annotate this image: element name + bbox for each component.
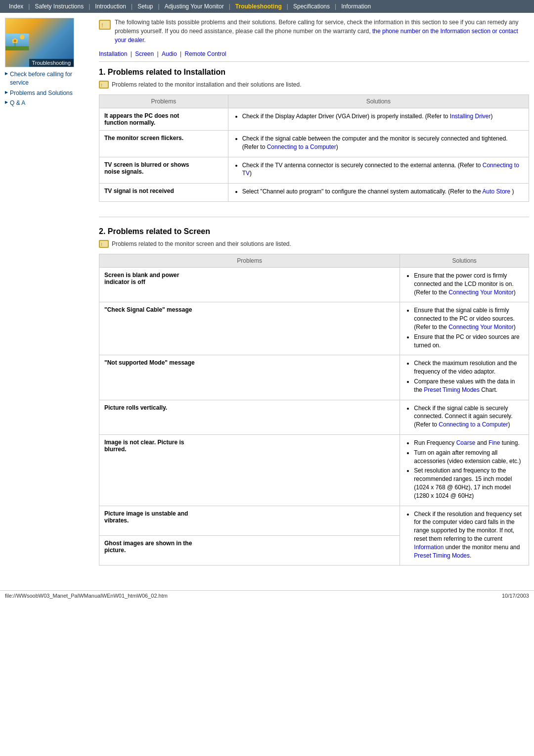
section2-title: 2. Problems related to Screen: [99, 227, 529, 236]
solution-2: Check if the signal cable between the co…: [228, 131, 529, 157]
s2-problem-3: "Not supported Mode" message: [99, 355, 400, 400]
problem-1: It appears the PC does notfunction norma…: [99, 108, 228, 131]
sidebar-link-problems[interactable]: Problems and Solutions: [10, 90, 73, 96]
svg-text:!: !: [101, 242, 102, 247]
link-auto-store[interactable]: Auto Store: [483, 188, 511, 195]
content: ! The following table lists possible pro…: [94, 18, 529, 580]
subnav-sep-2: |: [157, 50, 160, 57]
section1-title: 1. Problems related to Installation: [99, 68, 529, 77]
nav-safety[interactable]: Safety Instructions: [30, 2, 89, 11]
s2-solution-6-7: Check if the resolution and frequency se…: [400, 506, 529, 566]
info-icon: !: [99, 19, 111, 31]
svg-point-1: [20, 35, 25, 40]
section1-col-problems: Problems: [99, 95, 228, 108]
section1-col-solutions: Solutions: [228, 95, 529, 108]
section2-col-problems: Problems: [99, 254, 400, 267]
nav-adjusting[interactable]: Adjusting Your Monitor: [160, 2, 229, 11]
table-row: It appears the PC does notfunction norma…: [99, 108, 529, 131]
subnav-sep-3: |: [180, 50, 183, 57]
s2-solution-5: Run Frequency Coarse and Fine tuning. Tu…: [400, 434, 529, 506]
table-row: "Not supported Mode" message Check the m…: [99, 355, 529, 400]
table-row: Image is not clear. Picture isblurred. R…: [99, 434, 529, 506]
sidebar-item-qa[interactable]: Q & A: [5, 99, 89, 107]
subnav-screen[interactable]: Screen: [135, 50, 154, 57]
sidebar-link-check[interactable]: Check before calling for service: [10, 71, 72, 86]
nav-specs[interactable]: Specifications: [288, 2, 335, 11]
problem-2: The monitor screen flickers.: [99, 131, 228, 157]
svg-text:!: !: [101, 22, 103, 28]
nav-troubleshooting[interactable]: Troubleshooting: [230, 2, 287, 11]
nav-setup[interactable]: Setup: [133, 2, 158, 11]
nav-index[interactable]: Index: [4, 2, 28, 11]
section2-table: Problems Solutions Screen is blank and p…: [99, 254, 529, 566]
table-row: Picture image is unstable andvibrates. C…: [99, 506, 529, 535]
section1-table: Problems Solutions It appears the PC doe…: [99, 94, 529, 202]
s2-solution-4: Check if the signal cable is securely co…: [400, 400, 529, 434]
s2-problem-5: Image is not clear. Picture isblurred.: [99, 434, 400, 506]
section-divider: [99, 217, 529, 217]
s2-solution-3: Check the maximum resolution and the fre…: [400, 355, 529, 400]
intro-text: The following table lists possible probl…: [115, 18, 529, 45]
footer: file://WWsoobW03_Manet_PalWManualWEnW01_…: [0, 590, 534, 601]
link-preset-timing-2[interactable]: Preset Timing Modes: [414, 552, 470, 559]
link-connecting-tv[interactable]: Connecting to TV: [242, 162, 519, 177]
link-information[interactable]: Information: [414, 544, 444, 551]
solution-1: Check if the Display Adapter Driver (VGA…: [228, 108, 529, 131]
section1-icon: !: [99, 80, 109, 90]
table-row: "Check Signal Cable" message Ensure that…: [99, 302, 529, 355]
table-row: Picture rolls vertically. Check if the s…: [99, 400, 529, 434]
table-row: TV signal is not received Select "Channe…: [99, 184, 529, 202]
problem-4: TV signal is not received: [99, 184, 228, 202]
sidebar-logo: Troubleshooting: [5, 18, 74, 67]
sidebar-item-check[interactable]: Check before calling for service: [5, 70, 89, 87]
section2-sub: ! Problems related to the monitor screen…: [99, 239, 529, 249]
intro-block: ! The following table lists possible pro…: [99, 18, 529, 45]
s2-problem-2: "Check Signal Cable" message: [99, 302, 400, 355]
s2-problem-7: Ghost images are shown in thepicture.: [99, 535, 400, 565]
sidebar: Troubleshooting Check before calling for…: [5, 18, 94, 580]
link-fine[interactable]: Fine: [489, 439, 500, 446]
link-connecting-monitor-2[interactable]: Connecting Your Monitor: [448, 324, 513, 331]
nav-info[interactable]: Information: [336, 2, 376, 11]
subnav-audio[interactable]: Audio: [162, 50, 177, 57]
section2-col-solutions: Solutions: [400, 254, 529, 267]
footer-date: 10/17/2003: [502, 593, 529, 599]
s2-solution-1: Ensure that the power cord is firmly con…: [400, 267, 529, 302]
sub-nav: Installation | Screen | Audio | Remote C…: [99, 50, 529, 62]
main-layout: Troubleshooting Check before calling for…: [0, 13, 534, 585]
nav-intro[interactable]: Introduction: [90, 2, 131, 11]
s2-problem-1: Screen is blank and powerindicator is of…: [99, 267, 400, 302]
svg-text:!: !: [101, 83, 102, 88]
subnav-sep-1: |: [131, 50, 134, 57]
solution-3: Check if the TV antenna connector is sec…: [228, 157, 529, 184]
svg-point-9: [14, 40, 16, 42]
svg-rect-10: [5, 46, 29, 50]
table-row: TV screen is blurred or showsnoise signa…: [99, 157, 529, 184]
link-installing-driver[interactable]: Installing Driver: [450, 113, 491, 120]
link-connecting-monitor-1[interactable]: Connecting Your Monitor: [448, 289, 513, 296]
sidebar-item-problems[interactable]: Problems and Solutions: [5, 89, 89, 97]
s2-solution-2: Ensure that the signal cable is firmly c…: [400, 302, 529, 355]
section2-sub-text: Problems related to the monitor screen a…: [112, 240, 291, 247]
footer-path: file://WWsoobW03_Manet_PalWManualWEnW01_…: [5, 593, 168, 599]
nav-bar: Index | Safety Instructions | Introducti…: [0, 0, 534, 13]
section1-sub-text: Problems related to the monitor installa…: [112, 81, 302, 88]
link-connecting-computer-2[interactable]: Connecting to a Computer: [439, 421, 508, 428]
link-connecting-computer[interactable]: Connecting to a Computer: [267, 143, 336, 150]
sidebar-logo-label: Troubleshooting: [29, 59, 74, 67]
problem-3: TV screen is blurred or showsnoise signa…: [99, 157, 228, 184]
section2-icon: !: [99, 239, 109, 249]
s2-problem-6: Picture image is unstable andvibrates.: [99, 506, 400, 535]
sidebar-nav: Check before calling for service Problem…: [5, 70, 89, 107]
section1-sub: ! Problems related to the monitor instal…: [99, 80, 529, 90]
s2-problem-4: Picture rolls vertically.: [99, 400, 400, 434]
sidebar-link-qa[interactable]: Q & A: [10, 99, 25, 106]
table-row: Screen is blank and powerindicator is of…: [99, 267, 529, 302]
link-coarse[interactable]: Coarse: [456, 439, 476, 446]
solution-4: Select "Channel auto program" to configu…: [228, 184, 529, 202]
link-preset-timing-1[interactable]: Preset Timing Modes: [424, 386, 480, 393]
table-row: The monitor screen flickers. Check if th…: [99, 131, 529, 157]
subnav-remote[interactable]: Remote Control: [185, 50, 226, 57]
subnav-installation[interactable]: Installation: [99, 50, 127, 57]
